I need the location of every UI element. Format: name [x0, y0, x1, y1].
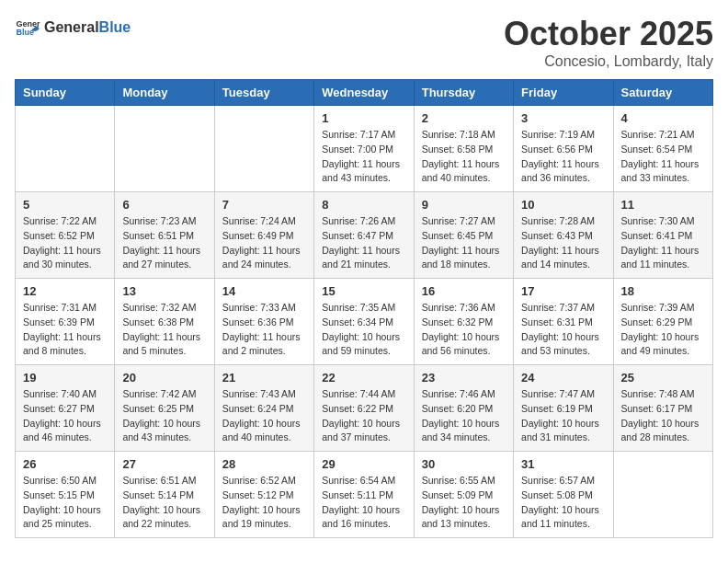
- day-number: 3: [521, 111, 605, 125]
- day-info: Sunrise: 7:22 AM Sunset: 6:52 PM Dayligh…: [23, 214, 107, 272]
- day-number: 1: [322, 111, 405, 125]
- header: General Blue GeneralBlue October 2025 Co…: [15, 15, 713, 70]
- logo-icon: General Blue: [15, 15, 40, 40]
- day-info: Sunrise: 6:52 AM Sunset: 5:12 PM Dayligh…: [222, 474, 306, 532]
- calendar-cell: 16Sunrise: 7:36 AM Sunset: 6:32 PM Dayli…: [414, 279, 513, 365]
- day-info: Sunrise: 7:21 AM Sunset: 6:54 PM Dayligh…: [621, 128, 705, 186]
- day-info: Sunrise: 7:24 AM Sunset: 6:49 PM Dayligh…: [222, 214, 306, 272]
- day-header-wednesday: Wednesday: [314, 80, 414, 106]
- day-info: Sunrise: 7:26 AM Sunset: 6:47 PM Dayligh…: [322, 214, 405, 272]
- calendar-cell: 18Sunrise: 7:39 AM Sunset: 6:29 PM Dayli…: [613, 279, 712, 365]
- calendar-cell: 21Sunrise: 7:43 AM Sunset: 6:24 PM Dayli…: [214, 365, 313, 452]
- day-number: 6: [122, 198, 206, 212]
- day-number: 27: [122, 457, 206, 471]
- day-number: 22: [322, 371, 405, 385]
- calendar-cell: 19Sunrise: 7:40 AM Sunset: 6:27 PM Dayli…: [16, 365, 115, 452]
- day-info: Sunrise: 7:31 AM Sunset: 6:39 PM Dayligh…: [23, 301, 107, 359]
- day-info: Sunrise: 7:44 AM Sunset: 6:22 PM Dayligh…: [322, 387, 405, 445]
- calendar-cell: 6Sunrise: 7:23 AM Sunset: 6:51 PM Daylig…: [115, 192, 214, 279]
- day-header-friday: Friday: [514, 80, 613, 106]
- calendar-cell: [16, 106, 115, 192]
- calendar-cell: [115, 106, 214, 192]
- day-header-saturday: Saturday: [613, 80, 712, 106]
- day-info: Sunrise: 7:18 AM Sunset: 6:58 PM Dayligh…: [422, 128, 506, 186]
- calendar-cell: 9Sunrise: 7:27 AM Sunset: 6:45 PM Daylig…: [414, 192, 513, 279]
- calendar-cell: 22Sunrise: 7:44 AM Sunset: 6:22 PM Dayli…: [314, 365, 414, 452]
- day-info: Sunrise: 6:51 AM Sunset: 5:14 PM Dayligh…: [122, 474, 206, 532]
- day-number: 17: [521, 284, 605, 298]
- calendar-cell: 4Sunrise: 7:21 AM Sunset: 6:54 PM Daylig…: [613, 106, 712, 192]
- day-header-tuesday: Tuesday: [214, 80, 313, 106]
- calendar-cell: 10Sunrise: 7:28 AM Sunset: 6:43 PM Dayli…: [514, 192, 613, 279]
- logo-blue-text: Blue: [99, 19, 131, 35]
- day-number: 29: [322, 457, 405, 471]
- location-title: Concesio, Lombardy, Italy: [504, 53, 713, 70]
- day-info: Sunrise: 6:50 AM Sunset: 5:15 PM Dayligh…: [23, 474, 107, 532]
- calendar-cell: 20Sunrise: 7:42 AM Sunset: 6:25 PM Dayli…: [115, 365, 214, 452]
- calendar-cell: 26Sunrise: 6:50 AM Sunset: 5:15 PM Dayli…: [16, 452, 115, 538]
- day-number: 8: [322, 198, 405, 212]
- calendar-cell: 13Sunrise: 7:32 AM Sunset: 6:38 PM Dayli…: [115, 279, 214, 365]
- day-info: Sunrise: 7:37 AM Sunset: 6:31 PM Dayligh…: [521, 301, 605, 359]
- calendar-cell: 1Sunrise: 7:17 AM Sunset: 7:00 PM Daylig…: [314, 106, 414, 192]
- day-info: Sunrise: 7:30 AM Sunset: 6:41 PM Dayligh…: [621, 214, 705, 272]
- day-info: Sunrise: 7:35 AM Sunset: 6:34 PM Dayligh…: [322, 301, 405, 359]
- calendar-cell: 27Sunrise: 6:51 AM Sunset: 5:14 PM Dayli…: [115, 452, 214, 538]
- day-number: 14: [222, 284, 306, 298]
- day-number: 31: [521, 457, 605, 471]
- logo: General Blue GeneralBlue: [15, 15, 131, 40]
- day-info: Sunrise: 7:39 AM Sunset: 6:29 PM Dayligh…: [621, 301, 705, 359]
- month-title: October 2025: [504, 15, 713, 53]
- calendar-cell: 29Sunrise: 6:54 AM Sunset: 5:11 PM Dayli…: [314, 452, 414, 538]
- day-info: Sunrise: 7:32 AM Sunset: 6:38 PM Dayligh…: [122, 301, 206, 359]
- day-info: Sunrise: 6:55 AM Sunset: 5:09 PM Dayligh…: [422, 474, 506, 532]
- day-info: Sunrise: 7:28 AM Sunset: 6:43 PM Dayligh…: [521, 214, 605, 272]
- day-header-sunday: Sunday: [16, 80, 115, 106]
- day-number: 2: [422, 111, 506, 125]
- day-info: Sunrise: 6:57 AM Sunset: 5:08 PM Dayligh…: [521, 474, 605, 532]
- calendar: SundayMondayTuesdayWednesdayThursdayFrid…: [15, 79, 713, 538]
- day-number: 7: [222, 198, 306, 212]
- day-number: 4: [621, 111, 705, 125]
- day-info: Sunrise: 7:46 AM Sunset: 6:20 PM Dayligh…: [422, 387, 506, 445]
- calendar-cell: 2Sunrise: 7:18 AM Sunset: 6:58 PM Daylig…: [414, 106, 513, 192]
- calendar-cell: 23Sunrise: 7:46 AM Sunset: 6:20 PM Dayli…: [414, 365, 513, 452]
- day-info: Sunrise: 7:36 AM Sunset: 6:32 PM Dayligh…: [422, 301, 506, 359]
- calendar-cell: 28Sunrise: 6:52 AM Sunset: 5:12 PM Dayli…: [214, 452, 313, 538]
- day-info: Sunrise: 7:27 AM Sunset: 6:45 PM Dayligh…: [422, 214, 506, 272]
- day-info: Sunrise: 7:40 AM Sunset: 6:27 PM Dayligh…: [23, 387, 107, 445]
- calendar-cell: 30Sunrise: 6:55 AM Sunset: 5:09 PM Dayli…: [414, 452, 513, 538]
- day-number: 5: [23, 198, 107, 212]
- calendar-cell: 11Sunrise: 7:30 AM Sunset: 6:41 PM Dayli…: [613, 192, 712, 279]
- day-info: Sunrise: 7:42 AM Sunset: 6:25 PM Dayligh…: [122, 387, 206, 445]
- calendar-cell: 24Sunrise: 7:47 AM Sunset: 6:19 PM Dayli…: [514, 365, 613, 452]
- day-number: 28: [222, 457, 306, 471]
- day-info: Sunrise: 7:33 AM Sunset: 6:36 PM Dayligh…: [222, 301, 306, 359]
- day-number: 9: [422, 198, 506, 212]
- day-info: Sunrise: 7:19 AM Sunset: 6:56 PM Dayligh…: [521, 128, 605, 186]
- svg-text:Blue: Blue: [16, 28, 34, 37]
- day-info: Sunrise: 7:23 AM Sunset: 6:51 PM Dayligh…: [122, 214, 206, 272]
- calendar-cell: [613, 452, 712, 538]
- calendar-cell: 17Sunrise: 7:37 AM Sunset: 6:31 PM Dayli…: [514, 279, 613, 365]
- calendar-cell: [214, 106, 313, 192]
- day-info: Sunrise: 7:48 AM Sunset: 6:17 PM Dayligh…: [621, 387, 705, 445]
- calendar-cell: 31Sunrise: 6:57 AM Sunset: 5:08 PM Dayli…: [514, 452, 613, 538]
- day-number: 23: [422, 371, 506, 385]
- calendar-cell: 3Sunrise: 7:19 AM Sunset: 6:56 PM Daylig…: [514, 106, 613, 192]
- day-number: 16: [422, 284, 506, 298]
- day-number: 12: [23, 284, 107, 298]
- day-number: 18: [621, 284, 705, 298]
- day-number: 15: [322, 284, 405, 298]
- day-number: 21: [222, 371, 306, 385]
- day-info: Sunrise: 7:43 AM Sunset: 6:24 PM Dayligh…: [222, 387, 306, 445]
- day-number: 10: [521, 198, 605, 212]
- day-number: 25: [621, 371, 705, 385]
- logo-general-text: General: [44, 19, 99, 35]
- calendar-cell: 8Sunrise: 7:26 AM Sunset: 6:47 PM Daylig…: [314, 192, 414, 279]
- calendar-cell: 25Sunrise: 7:48 AM Sunset: 6:17 PM Dayli…: [613, 365, 712, 452]
- day-info: Sunrise: 7:17 AM Sunset: 7:00 PM Dayligh…: [322, 128, 405, 186]
- calendar-cell: 7Sunrise: 7:24 AM Sunset: 6:49 PM Daylig…: [214, 192, 313, 279]
- day-number: 13: [122, 284, 206, 298]
- day-number: 20: [122, 371, 206, 385]
